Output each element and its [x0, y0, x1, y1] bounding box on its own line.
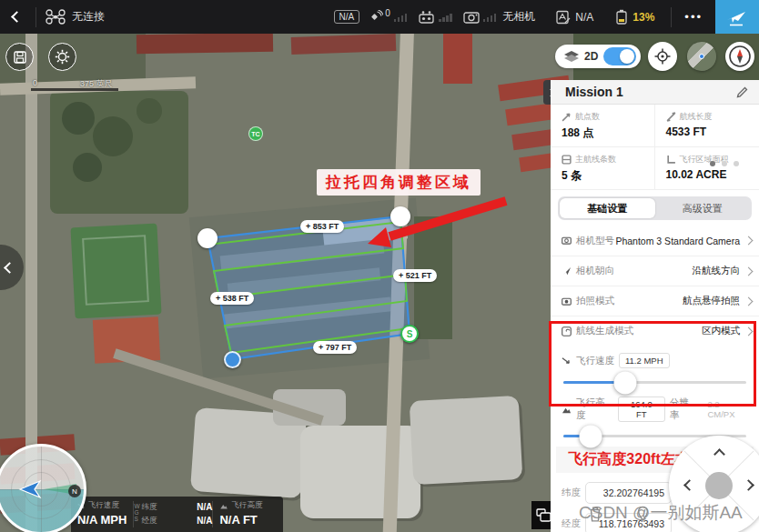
- chevron-left-icon: [4, 262, 15, 274]
- resolution-value: 2.2 CM/PX: [707, 399, 748, 419]
- minimap-position-dot: [699, 54, 704, 59]
- dpad-left-icon[interactable]: [683, 479, 695, 491]
- app-root: S + 853 FT + 521 FT + 538 FT + 797 FT TC…: [0, 0, 759, 532]
- altitude-icon: [219, 502, 228, 510]
- aircraft-connection: 无连接: [46, 9, 105, 25]
- area-corner-handle-topleft[interactable]: [197, 228, 218, 248]
- takeoff-plane-icon: [726, 8, 748, 26]
- altitude-slider-row: 飞行高度 164.0 FT 分辨率 2.2 CM/PX: [551, 393, 759, 437]
- chevron-right-icon: [744, 296, 754, 306]
- drone-icon: [46, 9, 66, 25]
- area-corner-handle-bottomleft[interactable]: [224, 351, 241, 368]
- mission-status-label: N/A: [575, 11, 593, 24]
- route-mode-icon: [562, 326, 572, 336]
- main-lines-icon: [562, 155, 572, 165]
- edge-length-top: + 853 FT: [300, 220, 344, 233]
- stat-area: 飞行区域面积 10.02 ACRE: [655, 147, 759, 190]
- map-patch: [93, 116, 133, 156]
- more-menu-button[interactable]: •••: [672, 10, 715, 24]
- map-patch: [300, 426, 420, 518]
- camera-signal-bars: [483, 13, 497, 22]
- gps-signal-bars: [394, 13, 408, 22]
- route-length-icon: [666, 112, 676, 122]
- map-2d-mode-pill[interactable]: 2D: [555, 45, 641, 68]
- altitude-icon: [562, 405, 572, 415]
- satellite-count: 0: [385, 8, 390, 18]
- dpad-right-icon[interactable]: [743, 479, 754, 491]
- watermark: CSDN @一别如斯AA: [579, 501, 743, 525]
- camera-status: 无相机: [463, 9, 536, 25]
- speed-slider-row: 飞行速度 11.2 MPH: [551, 346, 759, 384]
- stats-pager-dots[interactable]: [710, 161, 739, 166]
- area-corner-handle-topright[interactable]: [390, 206, 410, 226]
- back-chevron-icon: [11, 11, 23, 23]
- setting-camera-model[interactable]: 相机型号 Phantom 3 Standard Camera: [551, 226, 759, 256]
- map-2d-label: 2D: [584, 50, 598, 63]
- setting-route-mode[interactable]: 航线生成模式 区内模式: [551, 316, 759, 346]
- minimap-button[interactable]: [687, 42, 716, 71]
- battery-percent: 13%: [632, 11, 654, 24]
- speed-slider-track[interactable]: [563, 381, 746, 384]
- map-scale-bar: [31, 88, 118, 91]
- wgs-label: WGS: [134, 497, 141, 532]
- stat-main-lines: 主航线条数 5 条: [551, 147, 655, 190]
- dpad-center-button[interactable]: [705, 472, 733, 499]
- save-icon: [13, 50, 27, 65]
- remote-controller-icon: [418, 10, 435, 24]
- chevron-right-icon: [744, 266, 754, 276]
- compass-north-badge: N: [68, 485, 81, 497]
- telemetry-altitude: 飞行高度 N/A FT: [213, 497, 268, 532]
- mission-title: Mission 1: [565, 85, 736, 99]
- map-patch: [410, 396, 523, 485]
- flight-log-icon: [555, 10, 571, 25]
- gear-icon: [55, 49, 70, 65]
- mission-panel: Mission 1 航点数 188 点 航线长度 4533 FT 主航线条数 5…: [551, 80, 759, 532]
- map-patch: [137, 98, 162, 124]
- battery-status: 13%: [615, 9, 654, 25]
- setting-camera-heading[interactable]: 相机朝向 沿航线方向: [551, 256, 759, 286]
- speed-value-field[interactable]: 11.2 MPH: [619, 353, 670, 368]
- locate-icon: [654, 48, 671, 65]
- map-patch: [291, 34, 397, 55]
- satellite-icon: [368, 10, 383, 24]
- rc-status: [418, 10, 452, 24]
- settings-tabs: 基础设置 高级设置: [558, 196, 752, 220]
- route-start-marker[interactable]: S: [400, 325, 419, 343]
- takeoff-button[interactable]: [715, 0, 759, 34]
- top-status-bar: 无连接 N/A 0: [0, 0, 759, 34]
- more-dots: •••: [684, 10, 703, 24]
- layers-icon: [564, 51, 579, 62]
- back-button[interactable]: [0, 13, 35, 21]
- stat-route-length: 航线长度 4533 FT: [655, 105, 759, 147]
- altitude-value-field[interactable]: 164.0 FT: [618, 396, 665, 422]
- map-marker-tc: TC: [248, 126, 263, 141]
- connection-status-label: 无连接: [72, 9, 105, 25]
- area-icon: [666, 155, 676, 165]
- latitude-label: 纬度: [562, 487, 585, 499]
- edit-pencil-icon[interactable]: [736, 86, 748, 98]
- setting-photo-mode[interactable]: 拍照模式 航点悬停拍照: [551, 286, 759, 316]
- edge-length-bottom: + 797 FT: [313, 341, 357, 354]
- camera-heading-icon: [562, 266, 572, 276]
- map-patch: [62, 102, 95, 135]
- mission-settings-button[interactable]: [48, 43, 76, 71]
- waypoint-icon: [562, 112, 572, 122]
- tab-basic-settings[interactable]: 基础设置: [560, 198, 655, 218]
- telemetry-bar: 飞行速度 N/A MPH WGS 纬度N/A 经度N/A 飞行高度 N/A FT: [71, 497, 283, 532]
- speed-slider-knob[interactable]: [614, 371, 637, 394]
- mission-status: N/A: [555, 10, 593, 25]
- mission-header: Mission 1: [551, 80, 759, 105]
- map-layers-icon: [536, 508, 552, 522]
- locate-me-button[interactable]: [648, 42, 677, 71]
- map-annotation-callout: 拉托四角调整区域: [317, 169, 481, 196]
- dpad-up-icon[interactable]: [713, 448, 725, 460]
- map-patch: [73, 153, 102, 182]
- tab-advanced-settings[interactable]: 高级设置: [655, 198, 751, 218]
- mission-stats: 航点数 188 点 航线长度 4533 FT 主航线条数 5 条 飞行区域面积 …: [551, 105, 759, 190]
- compass-reset-button[interactable]: [725, 42, 754, 71]
- chevron-right-icon: [744, 236, 754, 246]
- telemetry-latlng: 纬度N/A 经度N/A: [141, 497, 212, 532]
- map-2d-toggle[interactable]: [603, 47, 636, 65]
- altitude-slider-knob[interactable]: [580, 425, 602, 447]
- save-mission-button[interactable]: [5, 43, 34, 71]
